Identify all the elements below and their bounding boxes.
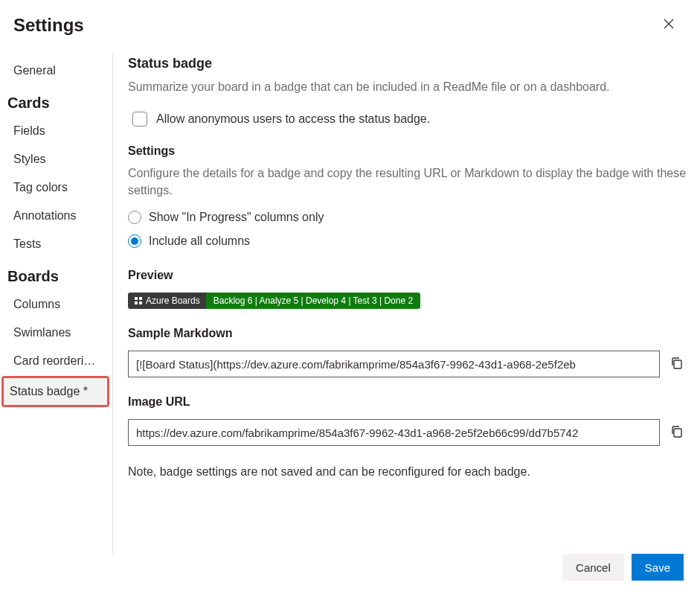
- image-url-input[interactable]: [128, 419, 660, 446]
- dialog-footer: Cancel Save: [0, 554, 700, 594]
- sidebar-item-columns[interactable]: Columns: [0, 291, 112, 318]
- azure-boards-icon: [134, 296, 143, 305]
- radio-inprogress-label: Show "In Progress" columns only: [149, 211, 324, 224]
- settings-subheading: Settings: [128, 144, 687, 158]
- svg-rect-3: [139, 297, 142, 300]
- badge-left: Azure Boards: [128, 293, 206, 309]
- svg-rect-4: [135, 301, 138, 304]
- sidebar-item-annotations[interactable]: Annotations: [0, 202, 112, 229]
- sidebar-item-tests[interactable]: Tests: [0, 231, 112, 258]
- sidebar: General Cards Fields Styles Tag colors A…: [0, 53, 113, 554]
- sample-markdown-row: [128, 351, 687, 377]
- badge-left-text: Azure Boards: [146, 293, 200, 309]
- dialog-body: General Cards Fields Styles Tag colors A…: [0, 53, 700, 554]
- svg-rect-5: [139, 301, 142, 304]
- main-content: Status badge Summarize your board in a b…: [113, 53, 700, 554]
- preview-heading: Preview: [128, 269, 687, 282]
- sidebar-item-highlight: Status badge *: [1, 376, 109, 407]
- copy-icon: [670, 357, 684, 370]
- radio-allcolumns-label: Include all columns: [149, 234, 250, 248]
- save-button[interactable]: Save: [632, 554, 684, 581]
- copy-url-button[interactable]: [667, 422, 687, 444]
- dialog-header: Settings: [0, 0, 700, 36]
- dialog-title: Settings: [13, 15, 84, 36]
- close-button[interactable]: [658, 13, 679, 36]
- radio-allcolumns-row[interactable]: Include all columns: [128, 234, 687, 248]
- cancel-button[interactable]: Cancel: [562, 554, 624, 581]
- anonymous-checkbox-row[interactable]: Allow anonymous users to access the stat…: [132, 112, 687, 127]
- sample-markdown-heading: Sample Markdown: [128, 327, 687, 340]
- image-url-heading: Image URL: [128, 395, 687, 409]
- anonymous-checkbox[interactable]: [132, 112, 147, 127]
- sidebar-item-swimlanes[interactable]: Swimlanes: [0, 319, 112, 346]
- section-heading: Status badge: [128, 56, 687, 71]
- anonymous-checkbox-label: Allow anonymous users to access the stat…: [156, 112, 430, 126]
- sidebar-group-cards: Cards: [0, 86, 112, 116]
- svg-rect-2: [135, 297, 138, 300]
- sidebar-item-styles[interactable]: Styles: [0, 146, 112, 173]
- settings-description: Configure the details for a badge and co…: [128, 165, 687, 199]
- radio-allcolumns[interactable]: [128, 234, 141, 248]
- close-icon: [663, 18, 675, 30]
- note-text: Note, badge settings are not saved and c…: [128, 465, 687, 479]
- badge-preview: Azure Boards Backlog 6 | Analyze 5 | Dev…: [128, 293, 420, 309]
- image-url-row: [128, 419, 687, 446]
- radio-inprogress[interactable]: [128, 211, 141, 224]
- sidebar-item-status-badge[interactable]: Status badge *: [4, 378, 107, 405]
- badge-right-text: Backlog 6 | Analyze 5 | Develop 4 | Test…: [206, 293, 420, 309]
- copy-markdown-button[interactable]: [667, 354, 687, 375]
- svg-rect-6: [674, 360, 681, 368]
- svg-rect-7: [674, 429, 681, 437]
- radio-inprogress-row[interactable]: Show "In Progress" columns only: [128, 211, 687, 224]
- copy-icon: [670, 425, 684, 438]
- settings-dialog: Settings General Cards Fields Styles Tag…: [0, 0, 700, 594]
- sidebar-item-tag-colors[interactable]: Tag colors: [0, 174, 112, 201]
- sidebar-item-fields[interactable]: Fields: [0, 118, 112, 144]
- sample-markdown-input[interactable]: [128, 351, 660, 377]
- sidebar-item-card-reordering[interactable]: Card reorderi…: [0, 348, 112, 374]
- sidebar-item-general[interactable]: General: [0, 57, 112, 84]
- sidebar-group-boards: Boards: [0, 259, 112, 290]
- section-description: Summarize your board in a badge that can…: [128, 79, 687, 95]
